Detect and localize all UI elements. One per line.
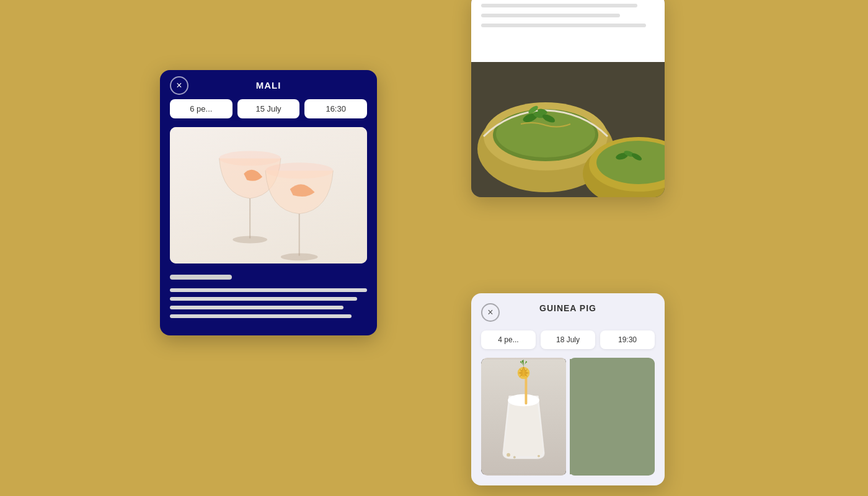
mali-people-tag[interactable]: 6 pe... xyxy=(170,99,232,118)
purple-line-3 xyxy=(481,24,646,27)
guinea-card-header: × GUINEA PIG xyxy=(481,303,655,322)
svg-point-2 xyxy=(232,236,267,244)
guinea-pig-card: × GUINEA PIG 4 pe... 18 July 19:30 xyxy=(471,293,665,485)
guinea-time-tag[interactable]: 19:30 xyxy=(600,330,655,349)
svg-point-24 xyxy=(508,394,539,407)
mali-date-tag[interactable]: 15 July xyxy=(237,99,300,118)
mali-card-description xyxy=(170,272,367,326)
mali-desc-line-2 xyxy=(170,297,357,301)
guinea-tags: 4 pe... 18 July 19:30 xyxy=(481,330,655,349)
svg-point-5 xyxy=(281,253,318,260)
mali-time-tag[interactable]: 16:30 xyxy=(304,99,367,118)
guinea-date-tag[interactable]: 18 July xyxy=(541,330,595,349)
guinea-card-images xyxy=(481,358,655,476)
svg-rect-31 xyxy=(570,359,655,474)
mali-card-title: MALI xyxy=(256,80,281,91)
purple-card-top xyxy=(471,0,665,62)
guinea-green-image xyxy=(570,358,655,476)
svg-point-28 xyxy=(507,453,510,457)
mali-close-button[interactable]: × xyxy=(170,76,188,95)
svg-point-29 xyxy=(538,455,540,458)
mali-card-header: × MALI xyxy=(170,80,367,91)
guinea-people-tag[interactable]: 4 pe... xyxy=(481,330,536,349)
mali-tags: 6 pe... 15 July 16:30 xyxy=(170,99,367,118)
close-icon: × xyxy=(487,307,493,318)
svg-point-30 xyxy=(513,456,516,459)
purple-line-2 xyxy=(481,14,620,17)
purple-line-1 xyxy=(481,4,637,7)
mali-card-image xyxy=(170,127,367,264)
guinea-card-title: GUINEA PIG xyxy=(539,303,596,313)
mali-desc-line-3 xyxy=(170,306,343,309)
mali-card: × MALI 6 pe... 15 July 16:30 xyxy=(160,70,377,335)
mali-desc-line-1 xyxy=(170,288,367,292)
close-icon: × xyxy=(176,80,182,91)
mali-desc-line-4 xyxy=(170,314,352,318)
mali-desc-title xyxy=(170,275,232,280)
guinea-drink-image xyxy=(481,358,566,476)
purple-card xyxy=(471,0,665,197)
guinea-close-button[interactable]: × xyxy=(481,303,500,322)
purple-card-food-image xyxy=(471,62,665,197)
